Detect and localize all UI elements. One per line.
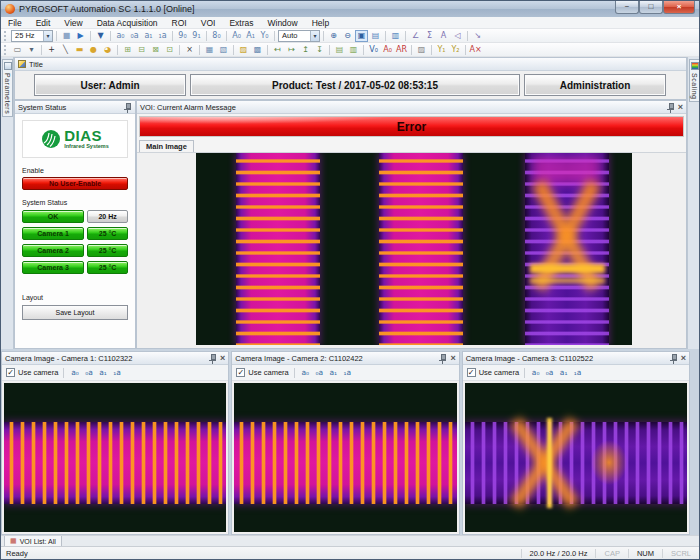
camera-2-image[interactable] — [234, 383, 456, 532]
menu-file[interactable]: File — [1, 17, 29, 29]
rect-tool-icon[interactable]: ▬ — [73, 44, 86, 56]
line-tool-icon[interactable]: ╲ — [59, 44, 72, 56]
report-icon[interactable]: ▨ — [415, 44, 428, 56]
minimize-button[interactable]: − — [615, 1, 639, 14]
scaling-combo[interactable]: Auto ▾ — [278, 30, 320, 42]
alarm-a-icon[interactable]: A₀ — [230, 30, 243, 42]
close-icon[interactable]: × — [678, 103, 683, 112]
voi-mask-icon[interactable]: ▧ — [217, 44, 230, 56]
analog-out-a-icon[interactable]: a₀ — [114, 30, 127, 42]
use-camera-checkbox[interactable]: ✓ — [467, 368, 476, 377]
camera-1-header[interactable]: Camera Image - Camera 1: C1102322 × — [2, 352, 228, 365]
zoom-in-icon[interactable]: ⊕ — [327, 30, 340, 42]
toolbar-grip[interactable] — [4, 45, 7, 55]
camera-3-header[interactable]: Camera Image - Camera 3: C1102522 × — [463, 352, 689, 365]
rotate-right-icon[interactable]: ₀a — [314, 368, 325, 377]
analog-out-d-icon[interactable]: ₁a — [156, 30, 169, 42]
alarm-b-icon[interactable]: A₁ — [244, 30, 257, 42]
palette-icon[interactable]: ▥ — [389, 30, 402, 42]
camera-2-header[interactable]: Camera Image - Camera 2: C1102422 × — [232, 352, 458, 365]
menu-voi[interactable]: VOI — [194, 17, 223, 29]
close-button[interactable]: × — [663, 1, 695, 14]
pin-icon[interactable] — [669, 354, 678, 363]
play-back-icon[interactable]: ◁ — [451, 30, 464, 42]
flip-vertical-icon[interactable]: ₁a — [572, 368, 583, 377]
select-tool-icon[interactable]: ▭ — [11, 44, 24, 56]
copy-voi-icon[interactable]: ⊞ — [121, 44, 134, 56]
scaling-dock-tab[interactable]: Scaling — [689, 59, 699, 102]
delete-voi-icon[interactable]: × — [183, 44, 196, 56]
analog-out-b-icon[interactable]: ₀a — [128, 30, 141, 42]
tab-main-image[interactable]: Main Image — [139, 140, 194, 152]
chevron-down-icon[interactable]: ▾ — [43, 31, 52, 41]
play-icon[interactable]: ▶ — [74, 30, 87, 42]
zoom-out-icon[interactable]: ⊖ — [341, 30, 354, 42]
pin-icon[interactable] — [123, 103, 132, 112]
frequency-indicator[interactable]: 20 Hz — [87, 210, 128, 223]
add-voi-icon[interactable]: + — [45, 44, 58, 56]
original-size-icon[interactable]: ▤ — [369, 30, 382, 42]
digital-in-icon[interactable]: 8₀ — [210, 30, 223, 42]
digital-out-b-icon[interactable]: 9₁ — [190, 30, 203, 42]
toolbar-grip[interactable] — [4, 31, 7, 41]
camera-1-image[interactable] — [4, 383, 226, 532]
menu-window[interactable]: Window — [260, 17, 304, 29]
pin-icon[interactable] — [666, 103, 675, 112]
voi-table-icon[interactable]: ▩ — [251, 44, 264, 56]
main-thermal-image[interactable] — [196, 153, 632, 345]
menu-edit[interactable]: Edit — [29, 17, 58, 29]
annotation-icon[interactable]: A — [437, 30, 450, 42]
ellipse-tool-icon[interactable]: ● — [87, 44, 100, 56]
rotate-left-icon[interactable]: a₀ — [530, 368, 541, 377]
statistics-icon[interactable]: Σ — [423, 30, 436, 42]
menu-extras[interactable]: Extras — [222, 17, 260, 29]
use-camera-checkbox[interactable]: ✓ — [6, 368, 15, 377]
frequency-combo[interactable]: 25 Hz ▾ — [11, 30, 53, 42]
menu-view[interactable]: View — [57, 17, 89, 29]
rotate-left-icon[interactable]: a₀ — [69, 368, 80, 377]
align-top-icon[interactable]: ↥ — [299, 44, 312, 56]
maximize-button[interactable]: □ — [639, 1, 663, 14]
close-icon[interactable]: × — [220, 354, 225, 363]
title-panel-header[interactable]: Title — [15, 58, 686, 71]
profile-icon[interactable]: ∠ — [409, 30, 422, 42]
digital-out-a-icon[interactable]: 9₀ — [176, 30, 189, 42]
enable-status-button[interactable]: No User-Enable — [22, 177, 128, 190]
pin-icon[interactable] — [208, 354, 217, 363]
align-bottom-icon[interactable]: ↧ — [313, 44, 326, 56]
voi-values-icon[interactable]: V₀ — [367, 44, 380, 56]
alarm-y-icon[interactable]: Y₀ — [258, 30, 271, 42]
rotate-left-icon[interactable]: a₀ — [300, 368, 311, 377]
flip-horizontal-icon[interactable]: a₁ — [558, 368, 569, 377]
parameters-dock-tab[interactable]: Parameters — [2, 59, 13, 117]
group-icon[interactable]: ▤ — [333, 44, 346, 56]
product-button[interactable]: Product: Test / 2017-05-02 08:53:15 — [190, 74, 520, 96]
alarm-reset-icon[interactable]: AR — [395, 44, 408, 56]
menu-data-acquisition[interactable]: Data Acquisition — [90, 17, 165, 29]
close-icon[interactable]: × — [450, 354, 455, 363]
system-status-header[interactable]: System Status — [15, 101, 135, 114]
voi-panel-header[interactable]: VOI: Current Alarm Message × — [137, 101, 686, 114]
menu-roi[interactable]: ROI — [165, 17, 194, 29]
administration-button[interactable]: Administration — [524, 74, 666, 96]
align-right-icon[interactable]: ↦ — [285, 44, 298, 56]
send-icon[interactable]: ↘ — [471, 30, 484, 42]
paste-voi-icon[interactable]: ⊟ — [135, 44, 148, 56]
save-layout-button[interactable]: Save Layout — [22, 305, 128, 320]
stop-icon[interactable]: ■ — [60, 30, 73, 42]
voi-image-icon[interactable]: ▦ — [203, 44, 216, 56]
flip-vertical-icon[interactable]: ₁a — [342, 368, 353, 377]
menu-help[interactable]: Help — [305, 17, 336, 29]
analog-out-c-icon[interactable]: a₁ — [142, 30, 155, 42]
flip-horizontal-icon[interactable]: a₁ — [328, 368, 339, 377]
export-y1-icon[interactable]: Y₁ — [435, 44, 448, 56]
polygon-tool-icon[interactable]: ◕ — [101, 44, 114, 56]
duplicate-voi-icon[interactable]: ⊠ — [149, 44, 162, 56]
ungroup-icon[interactable]: ▥ — [347, 44, 360, 56]
filter-icon[interactable]: ▼ — [94, 30, 107, 42]
flip-horizontal-icon[interactable]: a₁ — [97, 368, 108, 377]
flip-vertical-icon[interactable]: ₁a — [111, 368, 122, 377]
rotate-right-icon[interactable]: ₀a — [544, 368, 555, 377]
alarm-ack-icon[interactable]: A× — [469, 44, 482, 56]
chevron-down-icon[interactable]: ▾ — [25, 44, 38, 56]
